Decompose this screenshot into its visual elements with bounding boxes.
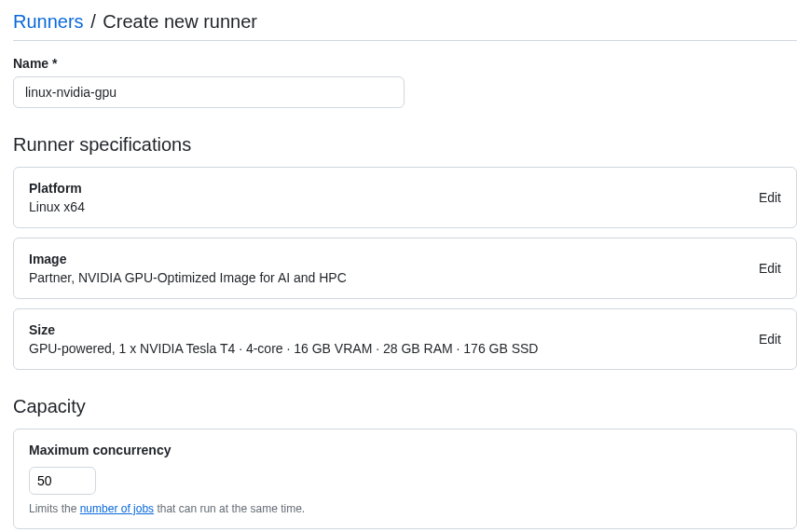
spec-label-image: Image <box>29 252 744 266</box>
edit-button-platform[interactable]: Edit <box>744 190 781 205</box>
edit-button-image[interactable]: Edit <box>744 261 781 276</box>
concurrency-label: Maximum concurrency <box>29 443 781 457</box>
help-suffix: that can run at the same time. <box>154 502 305 515</box>
breadcrumb-separator: / <box>90 11 96 32</box>
help-prefix: Limits the <box>29 502 80 515</box>
breadcrumb: Runners / Create new runner <box>13 11 797 41</box>
spec-body: Size GPU-powered, 1 x NVIDIA Tesla T4 · … <box>29 322 744 356</box>
concurrency-help-text: Limits the number of jobs that can run a… <box>29 502 781 515</box>
spec-body: Image Partner, NVIDIA GPU-Optimized Imag… <box>29 252 744 285</box>
number-of-jobs-link[interactable]: number of jobs <box>80 502 154 515</box>
spec-card-image: Image Partner, NVIDIA GPU-Optimized Imag… <box>13 238 797 299</box>
runner-specs-title: Runner specifications <box>13 134 797 156</box>
spec-value-image: Partner, NVIDIA GPU-Optimized Image for … <box>29 270 744 285</box>
spec-card-platform: Platform Linux x64 Edit <box>13 167 797 228</box>
spec-card-size: Size GPU-powered, 1 x NVIDIA Tesla T4 · … <box>13 308 797 370</box>
spec-body: Platform Linux x64 <box>29 181 744 214</box>
spec-value-size: GPU-powered, 1 x NVIDIA Tesla T4 · 4-cor… <box>29 341 744 356</box>
name-input[interactable] <box>13 76 405 108</box>
name-label: Name * <box>13 56 797 71</box>
breadcrumb-current: Create new runner <box>103 11 257 32</box>
capacity-card: Maximum concurrency Limits the number of… <box>13 429 797 529</box>
name-field-group: Name * <box>13 56 797 108</box>
spec-value-platform: Linux x64 <box>29 199 744 214</box>
edit-button-size[interactable]: Edit <box>744 332 781 347</box>
breadcrumb-parent-link[interactable]: Runners <box>13 11 84 32</box>
spec-label-size: Size <box>29 322 744 337</box>
spec-label-platform: Platform <box>29 181 744 196</box>
capacity-title: Capacity <box>13 396 797 417</box>
concurrency-input[interactable] <box>29 467 96 495</box>
